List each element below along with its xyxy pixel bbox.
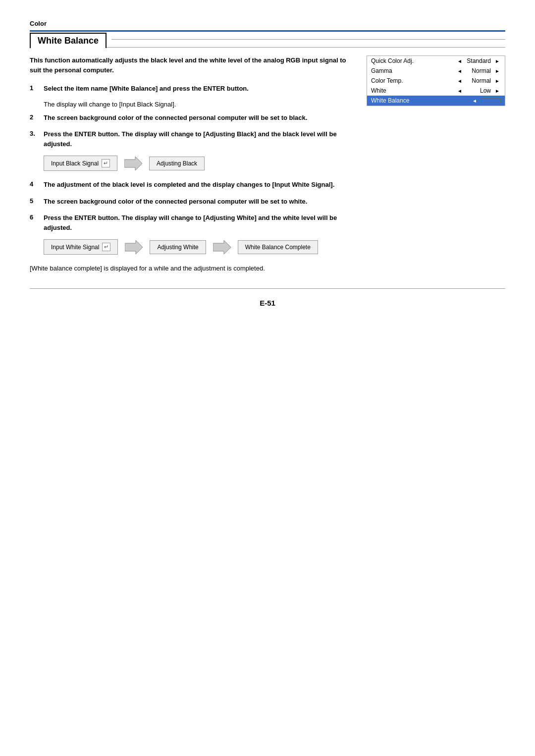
menu-row-value-0: Standard (466, 57, 491, 64)
diagram-2: Input White Signal ↵ Adjusting White (44, 239, 352, 255)
enter-icon-1: ↵ (102, 159, 110, 167)
menu-row-label-0: Quick Color Adj. (371, 57, 453, 64)
intro-text: This function automatically adjusts the … (30, 55, 352, 75)
enter-icon-2: ↵ (102, 243, 110, 251)
menu-arrow-right-1: ► (494, 68, 501, 74)
main-content: This function automatically adjusts the … (30, 55, 505, 273)
step-2: 2 The screen background color of the con… (30, 113, 352, 123)
svg-marker-0 (124, 157, 142, 170)
bottom-divider (30, 288, 505, 289)
step-6-num: 6 (30, 213, 39, 221)
svg-marker-2 (213, 240, 231, 254)
diagram-label-2b: Adjusting White (157, 244, 198, 251)
menu-arrow-left-0: ◄ (456, 58, 463, 64)
step-6-text: Press the ENTER button. The display will… (44, 213, 352, 232)
menu-row-2: Color Temp.◄Normal► (367, 76, 505, 86)
menu-row-value-1: Normal (466, 67, 491, 74)
step-4-num: 4 (30, 180, 39, 188)
menu-row-1: Gamma◄Normal► (367, 66, 505, 76)
arrow-3 (213, 240, 231, 254)
step-2-text: The screen background color of the conne… (44, 113, 307, 123)
diagram-box-2c: White Balance Complete (238, 240, 318, 254)
menu-row-label-1: Gamma (371, 67, 453, 74)
step-3: 3. Press the ENTER button. The display w… (30, 129, 352, 149)
arrow-1 (124, 157, 142, 170)
menu-row-value-3: Low (466, 87, 491, 94)
step-1-text: Select the item name [White Balance] and… (44, 84, 249, 94)
page-number: E-51 (30, 299, 505, 307)
menu-panel: Quick Color Adj.◄Standard►Gamma◄Normal►C… (367, 55, 505, 106)
menu-bar-4 (481, 98, 501, 103)
diagram-label-2c: White Balance Complete (245, 244, 311, 251)
menu-arrow-left-1: ◄ (456, 68, 463, 74)
step-5-text: The screen background color of the conne… (44, 197, 307, 207)
menu-arrow-left-3: ◄ (456, 88, 463, 94)
menu-arrow-left-4: ◄ (471, 98, 478, 104)
diagram-label-1b: Adjusting Black (157, 160, 197, 167)
diagram-label-2a: Input White Signal (51, 244, 99, 251)
svg-marker-1 (125, 240, 143, 254)
step-5-num: 5 (30, 197, 39, 205)
menu-row-label-2: Color Temp. (371, 77, 453, 84)
diagram-label-1a: Input Black Signal (51, 160, 99, 167)
diagram-1: Input Black Signal ↵ Adjusting Black (44, 156, 352, 171)
step-4-text: The adjustment of the black level is com… (44, 180, 334, 190)
page-title: White Balance (30, 33, 107, 48)
menu-arrow-left-2: ◄ (456, 78, 463, 84)
menu-row-value-2: Normal (466, 77, 491, 84)
right-panel: Quick Color Adj.◄Standard►Gamma◄Normal►C… (367, 55, 505, 273)
title-row: White Balance (30, 32, 505, 48)
page-section: Color White Balance This function automa… (30, 20, 505, 307)
menu-arrow-right-0: ► (494, 58, 501, 64)
step-3-num: 3. (30, 129, 39, 137)
step-4: 4 The adjustment of the black level is c… (30, 180, 352, 190)
diagram-box-2b: Adjusting White (150, 240, 206, 254)
left-content: This function automatically adjusts the … (30, 55, 352, 273)
step-5: 5 The screen background color of the con… (30, 197, 352, 207)
section-color-label: Color (30, 20, 505, 27)
step-1: 1 Select the item name [White Balance] a… (30, 84, 352, 94)
menu-row-label-3: White (371, 87, 453, 94)
step-1-sub: The display will change to [Input Black … (44, 101, 352, 108)
step-2-num: 2 (30, 113, 39, 121)
menu-arrow-right-2: ► (494, 78, 501, 84)
menu-arrow-right-3: ► (494, 88, 501, 94)
menu-row-3: White◄Low► (367, 86, 505, 96)
arrow-2 (125, 240, 143, 254)
diagram-box-2a: Input White Signal ↵ (44, 239, 118, 255)
menu-row-4: White Balance◄ (367, 96, 505, 106)
title-line (111, 39, 505, 40)
step-1-num: 1 (30, 84, 39, 92)
menu-row-0: Quick Color Adj.◄Standard► (367, 56, 505, 66)
diagram-box-1b: Adjusting Black (149, 157, 205, 170)
footer-text: [White balance complete] is displayed fo… (30, 264, 352, 273)
step-6: 6 Press the ENTER button. The display wi… (30, 213, 352, 232)
diagram-box-1a: Input Black Signal ↵ (44, 156, 117, 171)
step-3-text: Press the ENTER button. The display will… (44, 129, 352, 149)
menu-row-label-4: White Balance (371, 97, 468, 104)
